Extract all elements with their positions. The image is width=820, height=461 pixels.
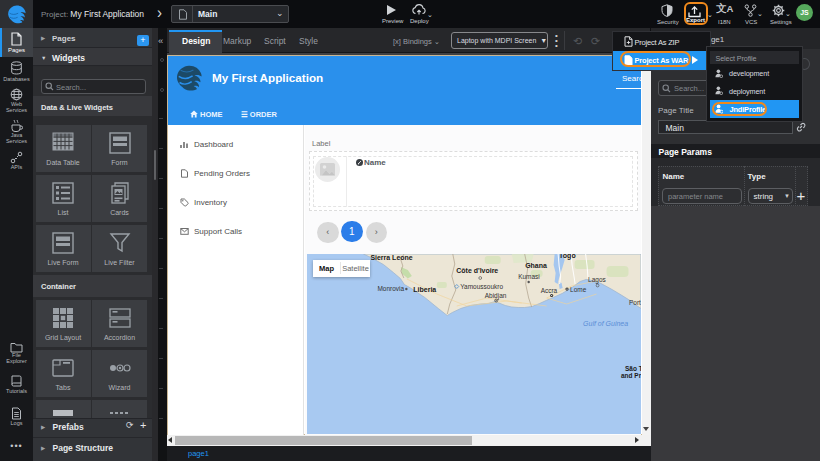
svg-text:Côte d'Ivoire: Côte d'Ivoire <box>456 267 498 274</box>
svg-text:Lagos: Lagos <box>588 276 606 284</box>
svg-text:and Pr: and Pr <box>621 372 641 379</box>
svg-text:Ghana: Ghana <box>525 261 547 268</box>
svg-text:Gulf of Guinea: Gulf of Guinea <box>583 320 628 327</box>
svg-text:Yamoussoukro: Yamoussoukro <box>460 283 503 290</box>
svg-text:Liberia: Liberia <box>413 286 436 293</box>
svg-text:Kumasi: Kumasi <box>518 273 540 280</box>
svg-text:Monrovia: Monrovia <box>377 285 404 292</box>
svg-text:São T: São T <box>625 365 641 372</box>
svg-text:Port: Port <box>629 299 641 306</box>
svg-text:Sierra Leone: Sierra Leone <box>370 254 412 261</box>
svg-text:Accra: Accra <box>541 287 558 294</box>
svg-text:Lome: Lome <box>570 286 587 293</box>
